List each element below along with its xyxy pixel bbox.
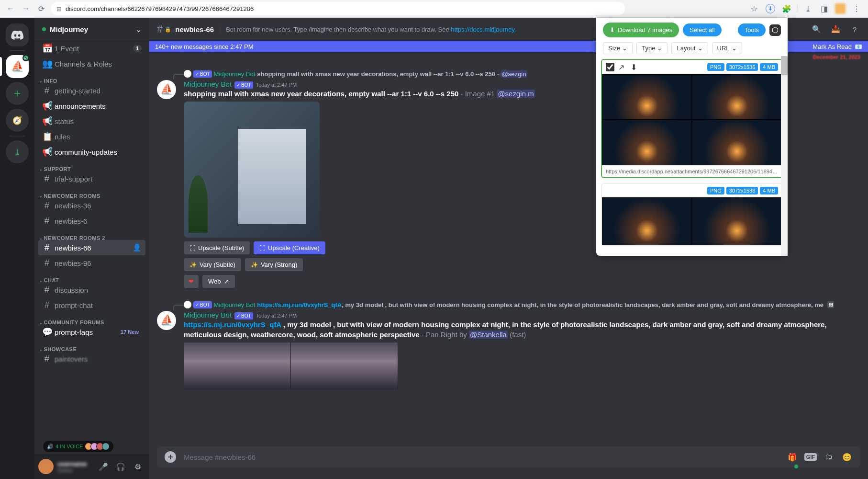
prompt-link[interactable]: https://s.mj.run/0vxyhrS_qfA (184, 320, 281, 329)
download-apps-button[interactable]: ⤓ (6, 140, 29, 163)
channel-newbies-66[interactable]: #newbies-66👤 (38, 240, 145, 255)
deafen-button[interactable]: 🎧 (113, 459, 128, 474)
mark-read-icon: 📧 (855, 43, 862, 50)
channel-newbies-6[interactable]: #newbies-6 (38, 213, 145, 228)
select-all-button[interactable]: Select all (683, 23, 722, 36)
discord-home-button[interactable] (6, 23, 29, 46)
channel-discussion[interactable]: #discussion (38, 282, 145, 297)
channel-getting-started[interactable]: #getting-started (38, 83, 145, 98)
channel-rules[interactable]: 📋rules (38, 129, 145, 144)
user-info[interactable]: username Online (57, 460, 92, 473)
reply-avatar (184, 70, 191, 78)
channel-prompt-chat[interactable]: #prompt-chat (38, 297, 145, 313)
message-input[interactable] (184, 453, 779, 461)
channel-trial-support[interactable]: #trial-support (38, 171, 145, 186)
channel-paintovers[interactable]: #paintovers (38, 351, 145, 366)
bot-avatar[interactable]: ⛵ (157, 80, 176, 99)
open-image-icon[interactable]: ↗ (618, 63, 627, 71)
generated-image[interactable] (184, 102, 320, 238)
bot-tag: ✓ BOT (234, 81, 253, 89)
category-showcase[interactable]: ⌄SHOWCASE (38, 340, 145, 351)
bookmark-star-icon[interactable]: ☆ (747, 2, 761, 15)
downloads-icon[interactable]: ⤓ (801, 2, 814, 15)
url-text: discord.com/channels/662267976984297473/… (66, 5, 254, 12)
server-header[interactable]: Midjourney ⌄ (34, 18, 149, 41)
sticker-icon[interactable]: 🗂 (823, 451, 835, 463)
category-chat[interactable]: ⌄CHAT (38, 271, 145, 282)
category-support[interactable]: ⌄SUPPORT (38, 160, 145, 171)
site-info-icon[interactable]: ⊟ (56, 5, 62, 12)
bot-avatar[interactable]: ⛵ (157, 311, 176, 330)
user-settings-button[interactable]: ⚙ (130, 459, 145, 474)
select-image-checkbox[interactable] (606, 63, 614, 71)
image-thumbnail[interactable] (602, 74, 782, 165)
emoji-icon[interactable]: 😊 (841, 451, 853, 463)
message-author[interactable]: Midjourney Bot (184, 311, 232, 319)
filesize-tag: 4 MB (760, 63, 778, 71)
tools-button[interactable]: Tools (738, 23, 766, 36)
help-icon[interactable]: ? (849, 23, 860, 35)
url-bar[interactable]: ⊟ discord.com/channels/66226797698429747… (51, 2, 625, 15)
upscale-subtle-button[interactable]: ⛶Upscale (Subtle) (184, 241, 250, 254)
channel-announcements[interactable]: 📢announcements (38, 98, 145, 114)
user-avatar[interactable] (38, 459, 54, 474)
web-button[interactable]: Web↗ (202, 275, 235, 288)
upscale-creative-button[interactable]: ⛶Upscale (Creative) (254, 241, 325, 254)
format-tag: PNG (707, 63, 724, 71)
filter-url[interactable]: URL⌄ (712, 42, 742, 54)
scrollbar[interactable] (781, 56, 788, 256)
search-icon[interactable]: 🔍 (811, 23, 822, 35)
voice-indicator[interactable]: 🔊 4 IN VOICE (43, 441, 113, 452)
add-server-button[interactable]: + (6, 82, 29, 105)
profile-avatar[interactable] (834, 2, 847, 15)
back-button[interactable]: ← (5, 3, 16, 14)
mark-as-read-button[interactable]: Mark As Read 📧 (812, 43, 862, 50)
gift-icon[interactable]: 🎁 (787, 451, 798, 463)
channel-newbies-96[interactable]: #newbies-96 (38, 255, 145, 271)
channel-prompt-faqs[interactable]: 💬prompt-faqs17 New (38, 324, 145, 340)
panel-icon[interactable]: ◨ (817, 2, 831, 15)
attach-button[interactable]: + (165, 451, 176, 463)
download-images-button[interactable]: ⬇ Download 7 images (603, 23, 679, 37)
vary-strong-button[interactable]: ✨Vary (Strong) (245, 258, 303, 271)
menu-icon[interactable]: ⋮ (850, 2, 863, 15)
mute-button[interactable]: 🎤 (96, 459, 111, 474)
gif-button[interactable]: GIF (805, 451, 816, 463)
explore-servers-button[interactable]: 🧭 (6, 109, 29, 132)
events-item[interactable]: 📅 1 Event 1 (38, 41, 145, 56)
user-mention[interactable]: @Stankella (469, 331, 508, 339)
user-mention[interactable]: @sezgin m (497, 90, 534, 98)
server-voice-badge-icon: 🔊 (22, 55, 29, 61)
inbox-icon[interactable]: 📥 (830, 23, 841, 35)
server-midjourney[interactable]: ⛵ 🔊 (6, 55, 29, 78)
channel-status[interactable]: 📢status (38, 114, 145, 129)
reply-context[interactable]: ✓ BOT Midjourney Bot https://s.mj.run/0v… (157, 300, 860, 309)
filter-type[interactable]: Type⌄ (636, 42, 668, 54)
docs-link[interactable]: https://docs.midjourney. (451, 26, 516, 33)
extension-download-icon[interactable]: ⬇ (764, 2, 777, 15)
image-thumbnail[interactable] (602, 197, 782, 245)
create-invite-icon[interactable]: 👤 (133, 243, 142, 252)
category-newcomer[interactable]: ⌄NEWCOMER ROOMS (38, 186, 145, 198)
vary-subtle-button[interactable]: ✨Vary (Subtle) (184, 258, 241, 271)
extensions-icon[interactable]: 🧩 (780, 2, 793, 15)
message-author[interactable]: Midjourney Bot (184, 80, 232, 88)
extension-settings-icon[interactable]: ⬡ (769, 24, 781, 36)
filter-size[interactable]: Size⌄ (603, 42, 633, 54)
category-newcomer-2[interactable]: ⌄NEWCOMER ROOMS 2 (38, 228, 145, 240)
category-info[interactable]: ⌄INFO (38, 71, 145, 83)
favorite-button[interactable]: ❤ (184, 275, 199, 288)
extension-results[interactable]: ↗ ⬇ PNG 3072x1536 4 MB https://media.dis… (596, 59, 788, 256)
scrollbar-thumb[interactable] (781, 56, 788, 75)
generated-image-grid[interactable] (184, 342, 398, 389)
reload-button[interactable]: ⟳ (35, 3, 47, 14)
dimensions-tag: 3072x1536 (726, 187, 758, 194)
category-forums[interactable]: ⌄COMMUNITY FORUMS (38, 313, 145, 324)
channel-community-updates[interactable]: 📢community-updates (38, 144, 145, 160)
image-url[interactable]: https://media.discordapp.net/attachments… (602, 165, 782, 177)
forward-button[interactable]: → (20, 3, 32, 14)
download-single-icon[interactable]: ⬇ (631, 63, 639, 71)
channels-roles-item[interactable]: 👥 Channels & Roles (38, 56, 145, 71)
channel-newbies-36[interactable]: #newbies-36 (38, 198, 145, 213)
filter-layout[interactable]: Layout⌄ (671, 42, 708, 54)
